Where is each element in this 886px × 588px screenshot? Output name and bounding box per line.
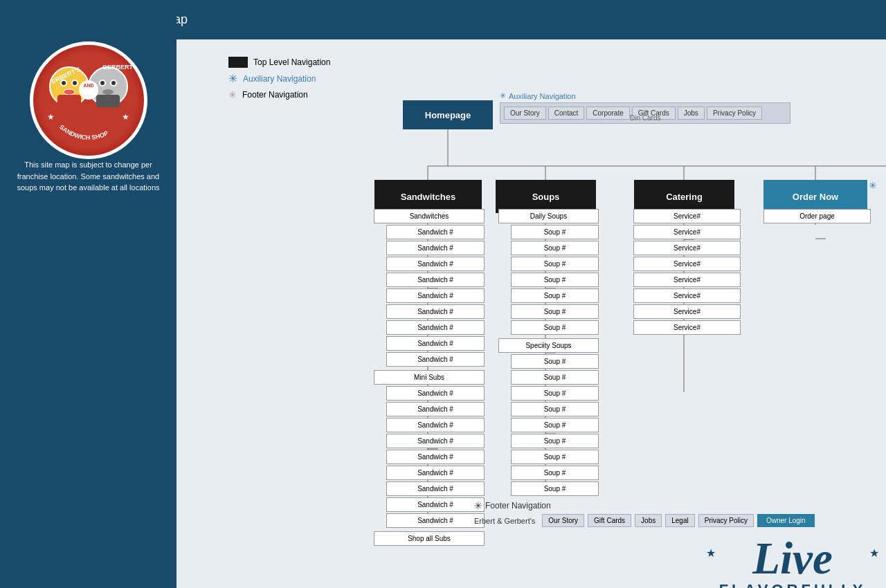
soup-daily-2[interactable]: Soup #: [511, 241, 599, 255]
legend-footer: ✳ Footer Navigation: [228, 89, 330, 100]
main-content: Top Level Navigation ✳ Auxiliary Navigat…: [177, 39, 886, 588]
daily-soups-header[interactable]: Daily Soups: [498, 209, 599, 223]
sw-item-4[interactable]: Sandwich #: [386, 273, 485, 287]
soup-spec-7[interactable]: Soup #: [511, 450, 599, 464]
din-cards-label: Din Cards: [630, 114, 660, 122]
legend-footer-star: ✳: [228, 89, 237, 100]
homepage-box[interactable]: Homepage: [403, 100, 493, 129]
soup-spec-6[interactable]: Soup #: [511, 434, 599, 448]
catering-item-3[interactable]: Service#: [633, 241, 741, 255]
mini-subs-header[interactable]: Mini Subs: [374, 370, 485, 385]
catering-item-1[interactable]: Service#: [633, 209, 741, 223]
specialty-soups-header[interactable]: Speciity Soups: [498, 338, 599, 353]
svg-text:★: ★: [122, 112, 129, 122]
legend-aux-label: Auxiliary Navigation: [243, 74, 316, 84]
sw-item-1[interactable]: Sandwich #: [386, 225, 485, 239]
svg-text:AND: AND: [83, 83, 93, 88]
nav-sandwitches[interactable]: Sandwitches: [374, 180, 482, 213]
shop-all-subs[interactable]: Shop all Subs: [374, 531, 485, 546]
soup-daily-4[interactable]: Soup #: [511, 273, 599, 287]
sw-item-9[interactable]: Sandwich #: [386, 352, 485, 367]
catering-item-2[interactable]: Service#: [633, 225, 741, 239]
aux-nav-label: ✳ Auxiliary Navigation: [500, 91, 790, 100]
svg-text:★: ★: [47, 112, 55, 122]
svg-point-4: [73, 81, 77, 85]
soup-daily-1[interactable]: Soup #: [511, 225, 599, 239]
sw-item-3[interactable]: Sandwich #: [386, 257, 485, 271]
sidebar: AND SANDWICH SHOP ERBERT'S GERBERT'S ★ ★…: [0, 0, 177, 588]
sandwiches-column: Sandwitches Sandwich # Sandwich # Sandwi…: [374, 209, 485, 547]
legend-auxiliary: ✳ Auxiliary Navigation: [228, 72, 330, 85]
soup-spec-3[interactable]: Soup #: [511, 386, 599, 401]
footer-btn-jobs[interactable]: Jobs: [635, 514, 662, 527]
catering-item-6[interactable]: Service#: [633, 288, 741, 303]
legend-aux-star: ✳: [228, 72, 237, 85]
mini-item-8[interactable]: Sandwich #: [386, 497, 485, 512]
soup-spec-8[interactable]: Soup #: [511, 466, 599, 480]
footer-btn-legal[interactable]: Legal: [665, 514, 694, 527]
star-left: ★: [706, 546, 716, 560]
mini-item-6[interactable]: Sandwich #: [386, 466, 485, 480]
aux-btn-privacy[interactable]: Privacy Policy: [707, 107, 762, 120]
soup-spec-9[interactable]: Soup #: [511, 481, 599, 496]
soup-spec-1[interactable]: Soup #: [511, 354, 599, 369]
catering-item-4[interactable]: Service#: [633, 257, 741, 271]
soup-spec-5[interactable]: Soup #: [511, 418, 599, 432]
nav-soups[interactable]: Soups: [496, 180, 596, 213]
sw-item-7[interactable]: Sandwich #: [386, 320, 485, 335]
aux-btn-contact[interactable]: Contact: [548, 107, 584, 120]
footer-nav-section: ✳ Footer Navigation Erbert & Gerbert's O…: [474, 500, 815, 527]
sw-item-6[interactable]: Sandwich #: [386, 304, 485, 319]
catering-item-7[interactable]: Service#: [633, 304, 741, 319]
sw-header[interactable]: Sandwitches: [374, 209, 485, 223]
mini-item-2[interactable]: Sandwich #: [386, 402, 485, 416]
legend-black-box: [228, 57, 248, 68]
live-flavorfully-logo: ★ ★ Live FLAVORFULLY: [713, 536, 872, 588]
aux-btn-our-story[interactable]: Our Story: [504, 107, 546, 120]
aux-btn-jobs[interactable]: Jobs: [678, 107, 705, 120]
catering-item-5[interactable]: Service#: [633, 273, 741, 287]
mini-item-9[interactable]: Sandwich #: [386, 513, 485, 528]
mini-item-4[interactable]: Sandwich #: [386, 434, 485, 448]
soup-daily-6[interactable]: Soup #: [511, 304, 599, 319]
mini-item-1[interactable]: Sandwich #: [386, 386, 485, 401]
aux-btn-corporate[interactable]: Corporate: [586, 107, 629, 120]
sidebar-disclaimer: This site map is subject to change per f…: [0, 159, 177, 194]
aux-star-icon: ✳: [500, 91, 506, 100]
sw-item-5[interactable]: Sandwich #: [386, 288, 485, 303]
soup-daily-5[interactable]: Soup #: [511, 288, 599, 303]
homepage-label: Homepage: [425, 110, 471, 120]
footer-btn-gift-cards[interactable]: Gift Cards: [588, 514, 631, 527]
sw-item-8[interactable]: Sandwich #: [386, 336, 485, 351]
svg-point-10: [100, 81, 105, 85]
soup-daily-7[interactable]: Soup #: [511, 320, 599, 335]
footer-star-icon: ✳: [474, 500, 482, 511]
svg-rect-13: [96, 95, 120, 107]
mini-item-3[interactable]: Sandwich #: [386, 418, 485, 432]
svg-rect-6: [57, 95, 81, 107]
soup-spec-4[interactable]: Soup #: [511, 402, 599, 416]
mini-item-5[interactable]: Sandwich #: [386, 450, 485, 464]
nav-order-now[interactable]: Order Now: [763, 180, 867, 213]
sw-item-2[interactable]: Sandwich #: [386, 241, 485, 255]
legend-top-label: Top Level Navigation: [253, 57, 330, 67]
order-column: Order page: [763, 209, 871, 225]
footer-btn-owner-login[interactable]: Owner Login: [757, 514, 815, 527]
nav-catering[interactable]: Catering: [634, 180, 734, 213]
order-page[interactable]: Order page: [763, 209, 871, 223]
catering-item-8[interactable]: Service#: [633, 320, 741, 335]
legend: Top Level Navigation ✳ Auxiliary Navigat…: [228, 57, 330, 100]
soups-column: Daily Soups Soup # Soup # Soup # Soup # …: [498, 209, 599, 497]
brand-logo: AND SANDWICH SHOP ERBERT'S GERBERT'S ★ ★: [30, 42, 147, 159]
soup-spec-2[interactable]: Soup #: [511, 370, 599, 385]
footer-nav-bar: Erbert & Gerbert's Our Story Gift Cards …: [474, 514, 815, 527]
footer-site-name: Erbert & Gerbert's: [474, 517, 535, 525]
soup-daily-3[interactable]: Soup #: [511, 257, 599, 271]
footer-btn-privacy[interactable]: Privacy Policy: [698, 514, 754, 527]
svg-text:SANDWICH SHOP: SANDWICH SHOP: [58, 123, 109, 141]
legend-footer-label: Footer Navigation: [242, 90, 308, 100]
live-text: Live: [713, 536, 872, 581]
mini-item-7[interactable]: Sandwich #: [386, 481, 485, 496]
footer-btn-our-story[interactable]: Our Story: [542, 514, 584, 527]
logo-svg: AND SANDWICH SHOP ERBERT'S GERBERT'S ★ ★: [33, 45, 144, 156]
